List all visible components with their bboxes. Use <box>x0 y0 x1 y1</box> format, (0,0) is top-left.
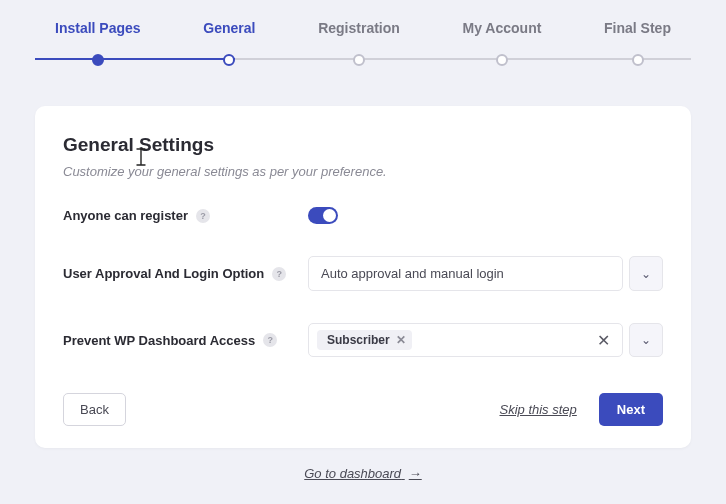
page-title: General Settings <box>63 134 663 156</box>
arrow-right-icon: → <box>409 466 422 481</box>
step-final-step[interactable]: Final Step <box>604 20 671 66</box>
help-icon[interactable]: ? <box>196 209 210 223</box>
step-registration[interactable]: Registration <box>318 20 400 66</box>
setting-label: Prevent WP Dashboard Access ? <box>63 333 308 348</box>
approval-dropdown-button[interactable]: ⌄ <box>629 256 663 291</box>
label-text: User Approval And Login Option <box>63 266 264 281</box>
remove-tag-icon[interactable]: ✕ <box>396 333 406 347</box>
skip-step-link[interactable]: Skip this step <box>499 402 576 417</box>
setting-anyone-register: Anyone can register ? <box>63 207 663 224</box>
setting-label: Anyone can register ? <box>63 208 308 223</box>
prevent-dropdown-button[interactable]: ⌄ <box>629 323 663 357</box>
chevron-down-icon: ⌄ <box>641 333 651 347</box>
setting-prevent-dashboard: Prevent WP Dashboard Access ? Subscriber… <box>63 323 663 357</box>
step-label: Registration <box>318 20 400 36</box>
anyone-register-toggle[interactable] <box>308 207 338 224</box>
dashboard-link-text: Go to dashboard <box>304 466 401 481</box>
card-footer: Back Skip this step Next <box>63 393 663 426</box>
back-button[interactable]: Back <box>63 393 126 426</box>
page-subtitle: Customize your general settings as per y… <box>63 164 663 179</box>
step-label: My Account <box>463 20 542 36</box>
help-icon[interactable]: ? <box>263 333 277 347</box>
tag-label: Subscriber <box>327 333 390 347</box>
step-dot-icon <box>496 54 508 66</box>
approval-select[interactable]: Auto approval and manual login <box>308 256 623 291</box>
step-general[interactable]: General <box>203 20 255 66</box>
settings-card: General Settings Customize your general … <box>35 106 691 448</box>
clear-all-icon[interactable]: ✕ <box>593 331 614 350</box>
step-install-pages[interactable]: Install Pages <box>55 20 141 66</box>
step-dot-icon <box>632 54 644 66</box>
prevent-select-wrap: Subscriber ✕ ✕ ⌄ <box>308 323 663 357</box>
step-label: Install Pages <box>55 20 141 36</box>
footer-right: Skip this step Next <box>499 393 663 426</box>
step-dot-icon <box>92 54 104 66</box>
label-text: Anyone can register <box>63 208 188 223</box>
prevent-tag-input[interactable]: Subscriber ✕ ✕ <box>308 323 623 357</box>
step-dot-icon <box>353 54 365 66</box>
step-dot-icon <box>223 54 235 66</box>
wizard-stepper: Install Pages General Registration My Ac… <box>0 0 726 106</box>
next-button[interactable]: Next <box>599 393 663 426</box>
role-tag: Subscriber ✕ <box>317 330 412 350</box>
step-my-account[interactable]: My Account <box>463 20 542 66</box>
go-to-dashboard-link[interactable]: Go to dashboard → <box>0 466 726 481</box>
chevron-down-icon: ⌄ <box>641 267 651 281</box>
setting-label: User Approval And Login Option ? <box>63 266 308 281</box>
step-label: Final Step <box>604 20 671 36</box>
help-icon[interactable]: ? <box>272 267 286 281</box>
approval-select-wrap: Auto approval and manual login ⌄ <box>308 256 663 291</box>
setting-user-approval: User Approval And Login Option ? Auto ap… <box>63 256 663 291</box>
toggle-knob <box>323 209 336 222</box>
label-text: Prevent WP Dashboard Access <box>63 333 255 348</box>
step-label: General <box>203 20 255 36</box>
